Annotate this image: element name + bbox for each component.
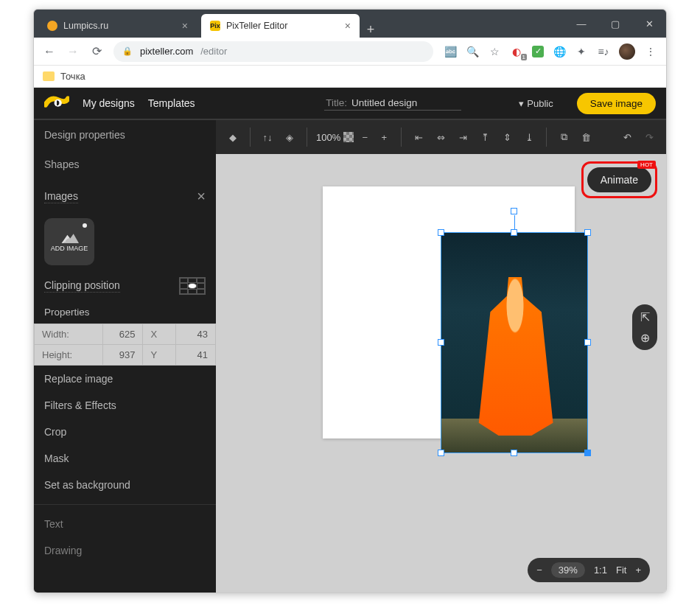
browser-window: Lumpics.ru × Pix PixTeller Editor × + — … [33, 9, 667, 593]
resize-handle-tr[interactable] [584, 229, 591, 236]
action-mask[interactable]: Mask [34, 445, 216, 472]
new-tab-button[interactable]: + [360, 22, 382, 38]
y-input[interactable]: 41 [176, 345, 216, 366]
resize-handle-tm[interactable] [511, 229, 517, 236]
zoom-bar: − 39% 1:1 Fit + [528, 558, 650, 582]
profile-avatar[interactable] [619, 43, 635, 60]
action-crop[interactable]: Crop [34, 419, 216, 445]
resize-handle-bm[interactable] [511, 450, 517, 456]
zoom-out-icon[interactable]: − [357, 129, 373, 145]
close-icon[interactable]: × [197, 188, 206, 205]
pixteller-logo[interactable] [44, 94, 69, 113]
title-label: Title: [326, 97, 347, 108]
export-icon[interactable]: ⇱ [637, 310, 653, 324]
design-title-field[interactable]: Title: Untitled design [324, 96, 461, 111]
nav-templates[interactable]: Templates [148, 97, 195, 109]
nav-my-designs[interactable]: My designs [83, 97, 135, 109]
align-bottom-icon[interactable]: ⤓ [521, 129, 537, 145]
star-icon[interactable]: ☆ [488, 45, 501, 58]
menu-icon[interactable]: ⋮ [644, 45, 657, 58]
resize-handle-ml[interactable] [438, 339, 444, 346]
align-center-h-icon[interactable]: ⇔ [433, 129, 449, 145]
animate-button[interactable]: HOT Animate [587, 167, 651, 192]
align-center-v-icon[interactable]: ⇕ [499, 129, 515, 145]
y-label: Y [143, 345, 176, 366]
visibility-value: Public [527, 98, 553, 109]
address-bar: ← → ⟳ 🔒 pixteller.com/editor 🔤 🔍 ☆ ◐ ✓ 🌐… [34, 38, 666, 66]
resize-handle-bl[interactable] [438, 450, 444, 456]
bookmark-item[interactable]: Точка [60, 71, 85, 82]
canvas-toolbar: ◆ ↑↓ ◈ 100% − + ⇤ ⇔ ⇥ ⤒ ⇕ [216, 120, 666, 154]
design-canvas[interactable] [323, 186, 575, 438]
x-label: X [143, 324, 176, 345]
zoom-in-icon[interactable]: + [376, 129, 392, 145]
rotate-handle[interactable] [511, 208, 517, 214]
action-filters-effects[interactable]: Filters & Effects [34, 392, 216, 419]
tab-pixteller[interactable]: Pix PixTeller Editor × [201, 14, 360, 38]
tab-lumpics[interactable]: Lumpics.ru × [38, 14, 197, 38]
label: Clipping position [44, 279, 120, 293]
bookmarks-bar: Точка [34, 66, 666, 88]
resize-handle-mr[interactable] [584, 339, 591, 346]
clipping-position-grid[interactable] [179, 277, 206, 295]
url-field[interactable]: 🔒 pixteller.com/editor [113, 41, 433, 62]
save-image-label: Save image [590, 98, 643, 109]
floating-export-panel: ⇱ ⊕ [632, 304, 657, 350]
action-replace-image[interactable]: Replace image [34, 366, 216, 392]
extension-check-icon[interactable]: ✓ [532, 46, 544, 57]
puzzle-icon[interactable]: ✦ [575, 45, 588, 58]
forward-icon[interactable]: → [66, 45, 80, 58]
minimize-button[interactable]: — [564, 10, 598, 38]
zoom-in-button[interactable]: + [635, 565, 641, 576]
layers-icon[interactable]: ◆ [225, 129, 241, 145]
close-icon[interactable]: × [182, 20, 188, 32]
visibility-dropdown[interactable]: ▾ Public [519, 98, 553, 109]
align-left-icon[interactable]: ⇤ [410, 129, 427, 145]
zoom-value[interactable]: 100% [316, 132, 340, 143]
zoom-out-button[interactable]: − [536, 565, 542, 576]
width-input[interactable]: 625 [103, 324, 143, 345]
resize-handle-br[interactable] [584, 450, 591, 456]
move-up-icon[interactable]: ↑↓ [259, 129, 276, 145]
panel-drawing[interactable]: Drawing [34, 537, 216, 564]
window-controls: — ▢ ✕ [564, 10, 666, 38]
extension-red-icon[interactable]: ◐ [510, 45, 523, 58]
zoom-icon[interactable]: 🔍 [466, 45, 479, 58]
export-add-icon[interactable]: ⊕ [637, 331, 653, 344]
sidebar: Design properties Shapes Images × ADD IM… [34, 120, 216, 593]
label: Images [44, 190, 78, 203]
panel-images[interactable]: Images × [34, 179, 216, 214]
height-input[interactable]: 937 [103, 345, 143, 366]
zoom-1to1-button[interactable]: 1:1 [594, 565, 607, 576]
duplicate-icon[interactable]: ⧉ [556, 129, 572, 145]
translate-icon[interactable]: 🔤 [444, 45, 457, 58]
reload-icon[interactable]: ⟳ [90, 44, 103, 58]
layer-stack-icon[interactable]: ◈ [281, 129, 298, 145]
selected-image[interactable] [441, 232, 588, 453]
clipping-position-row: Clipping position [34, 268, 216, 301]
properties-panel: Properties Width: 625 X 43 Height: 937 Y [34, 301, 216, 366]
maximize-button[interactable]: ▢ [598, 10, 632, 38]
add-image-button[interactable]: ADD IMAGE [44, 218, 94, 265]
resize-handle-tl[interactable] [438, 229, 444, 236]
back-icon[interactable]: ← [43, 45, 56, 58]
x-input[interactable]: 43 [176, 324, 216, 345]
globe-icon[interactable]: 🌐 [553, 45, 566, 58]
panel-design-properties[interactable]: Design properties [34, 120, 216, 150]
close-window-button[interactable]: ✕ [632, 10, 666, 38]
zoom-fit-button[interactable]: Fit [616, 565, 626, 576]
align-right-icon[interactable]: ⇥ [455, 129, 471, 145]
zoom-percent[interactable]: 39% [551, 562, 585, 578]
panel-shapes[interactable]: Shapes [34, 150, 216, 179]
url-path: /editor [200, 46, 227, 57]
trash-icon[interactable]: 🗑 [578, 129, 594, 145]
save-image-button[interactable]: Save image [577, 93, 656, 114]
playlist-icon[interactable]: ≡♪ [597, 45, 610, 58]
redo-icon[interactable]: ↷ [641, 129, 657, 145]
extensions: 🔤 🔍 ☆ ◐ ✓ 🌐 ✦ ≡♪ ⋮ [444, 43, 657, 60]
close-icon[interactable]: × [345, 20, 351, 32]
align-top-icon[interactable]: ⤒ [477, 129, 493, 145]
action-set-background[interactable]: Set as background [34, 472, 216, 498]
undo-icon[interactable]: ↶ [619, 129, 635, 145]
panel-text[interactable]: Text [34, 511, 216, 537]
